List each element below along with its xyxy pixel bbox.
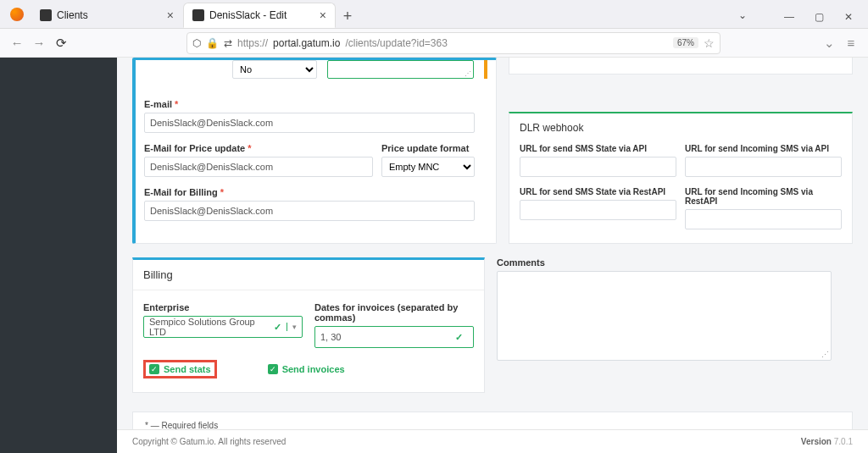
lock-icon: 🔒 [206,37,219,49]
footer: Copyright © Gatum.io. All rights reserve… [117,429,868,453]
send-stats-label: Send stats [164,364,211,374]
send-invoices-label: Send invoices [282,364,345,374]
maximize-button[interactable]: ▢ [815,11,824,23]
email-panel: No ⋰ E-mail * E-Mail for Price update * [132,58,497,244]
back-button[interactable]: ← [10,36,24,50]
dlr-title: DLR webhook [520,122,842,134]
shield-icon: ⬡ [192,37,201,49]
email-input[interactable] [144,113,475,133]
enterprise-select[interactable]: Sempico Solutions Group LTD ✓▾ [143,316,303,338]
url-input[interactable]: ⬡ 🔒 ⇄ https://portal.gatum.io/clients/up… [186,32,721,54]
version-number: 7.0.1 [834,437,853,446]
check-icon: ✓ [455,332,463,343]
price-email-input[interactable] [144,157,373,177]
send-stats-highlight: ✓ Send stats [143,360,217,378]
permissions-icon: ⇄ [224,37,232,49]
sidebar [0,58,117,453]
enterprise-label: Enterprise [143,302,303,312]
dates-input[interactable]: 1, 30 ✓ [314,326,474,348]
tab-label: DenisSlack - Edit [209,9,287,21]
main-content: No ⋰ E-mail * E-Mail for Price update * [117,58,868,453]
price-email-label: E-Mail for Price update * [144,143,373,153]
close-window-button[interactable]: ✕ [844,11,853,23]
copyright: Copyright © Gatum.io. All rights reserve… [132,437,286,446]
green-textarea[interactable]: ⋰ [327,60,474,79]
enterprise-value: Sempico Solutions Group LTD [149,317,274,337]
dlr-f4-input[interactable] [685,209,842,229]
dlr-f3-input[interactable] [520,200,676,220]
dates-value: 1, 30 [320,332,341,342]
chevron-down-icon[interactable]: ⌄ [738,9,747,21]
close-icon[interactable]: × [320,8,326,22]
billing-title: Billing [133,260,484,290]
top-select[interactable]: No [232,60,317,79]
send-invoices-checkbox[interactable]: ✓ [268,364,278,374]
pocket-icon[interactable]: ⌄ [822,36,836,51]
dlr-f1-input[interactable] [520,157,676,177]
favicon-icon [40,9,52,21]
comments-textarea[interactable]: ⋰ [497,271,832,361]
bookmark-icon[interactable]: ☆ [704,36,715,50]
dlr-webhook-panel: DLR webhook URL for send SMS State via A… [509,112,853,244]
reload-button[interactable]: ⟳ [54,36,68,51]
billing-panel: Billing Enterprise Sempico Solutions Gro… [132,257,485,393]
dlr-f3-label: URL for send SMS State via RestAPI [520,187,676,196]
new-tab-button[interactable]: + [336,4,359,28]
tab-clients[interactable]: Clients × [31,3,183,28]
chevron-down-icon: ▾ [287,323,297,331]
right-top-panel [509,58,853,75]
billing-email-input[interactable] [144,201,475,221]
zoom-level[interactable]: 67% [673,37,698,48]
dlr-f1-label: URL for send SMS State via API [520,144,676,153]
dlr-f2-label: URL for send Incoming SMS via API [685,144,842,153]
billing-email-label: E-Mail for Billing * [144,187,487,197]
check-icon: ✓ [274,322,281,333]
orange-stripe [484,60,487,79]
url-path: /clients/update?id=363 [345,37,447,49]
version-label: Version [801,437,832,446]
price-format-select[interactable]: Empty MNC [381,157,475,177]
dlr-f4-label: URL for send Incoming SMS via RestAPI [685,187,842,206]
url-protocol: https:// [237,37,268,49]
url-host: portal.gatum.io [273,37,340,49]
send-stats-checkbox[interactable]: ✓ [149,364,159,374]
firefox-logo-icon [10,8,24,21]
comments-section: Comments ⋰ [497,257,853,393]
comments-label: Comments [497,257,853,268]
dlr-f2-input[interactable] [685,157,842,177]
forward-button: → [32,36,46,50]
address-bar: ← → ⟳ ⬡ 🔒 ⇄ https://portal.gatum.io/clie… [0,29,868,58]
email-label: E-mail * [144,99,487,109]
favicon-icon [192,9,204,21]
dates-label: Dates for invoices (separated by commas) [314,302,474,323]
menu-icon[interactable]: ≡ [844,36,858,50]
browser-tab-strip: Clients × DenisSlack - Edit × + ⌄ — ▢ ✕ [0,0,868,29]
tab-label: Clients [57,9,88,21]
minimize-button[interactable]: — [784,11,794,23]
close-icon[interactable]: × [167,8,174,22]
tab-edit[interactable]: DenisSlack - Edit × [183,3,336,28]
price-format-label: Price update format [381,143,475,153]
